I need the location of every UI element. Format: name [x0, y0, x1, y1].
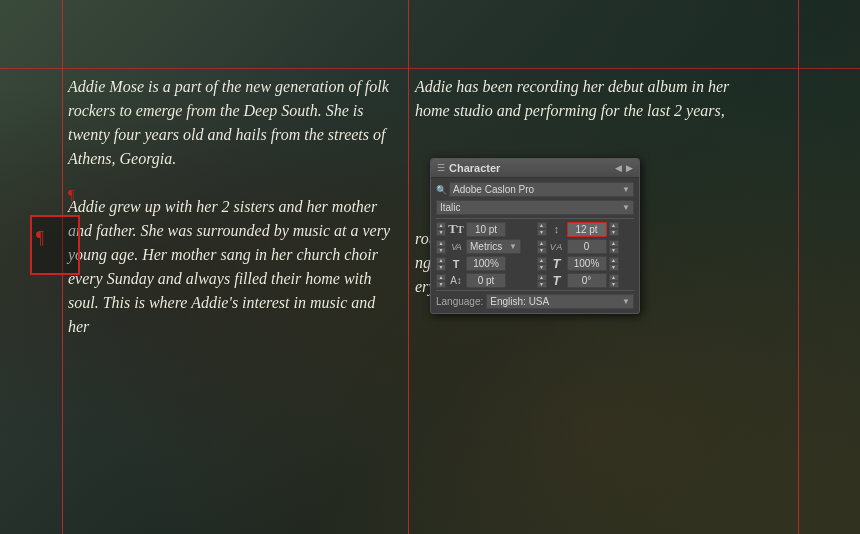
v-scale-spinner[interactable]: ▲ ▼	[537, 257, 547, 271]
h-scale-group: ▲ ▼ T 100%	[436, 256, 534, 271]
baseline-icon: A↕	[448, 275, 464, 286]
baseline-spinner[interactable]: ▲ ▼	[436, 274, 446, 288]
language-value: English: USA	[490, 296, 549, 307]
guide-vertical-right	[798, 0, 799, 534]
h-scale-value[interactable]: 100%	[466, 256, 506, 271]
baseline-up[interactable]: ▲	[436, 274, 446, 281]
divider-1	[436, 218, 634, 219]
panel-header[interactable]: ☰ Character ◀ ▶	[431, 159, 639, 178]
kerning-spinner[interactable]: ▲ ▼	[436, 240, 446, 254]
v-scale-down2[interactable]: ▼	[609, 264, 619, 271]
font-name-arrow: ▼	[622, 185, 630, 194]
skew-up[interactable]: ▲	[537, 274, 547, 281]
skew-down[interactable]: ▼	[537, 281, 547, 288]
kerning-up[interactable]: ▲	[436, 240, 446, 247]
font-size-row: ▲ ▼ TT 10 pt ▲ ▼	[436, 221, 634, 237]
arrow-left: ◀	[615, 163, 622, 173]
skew-spinner2[interactable]: ▲ ▼	[609, 274, 619, 288]
font-search-icon: 🔍	[436, 185, 447, 195]
v-scale-spinner2[interactable]: ▲ ▼	[609, 257, 619, 271]
tracking-down2[interactable]: ▼	[609, 247, 619, 254]
tracking-group: ▲ ▼ VA 0 ▲ ▼	[537, 239, 635, 254]
tracking-icon: VA	[549, 242, 565, 252]
skew-up2[interactable]: ▲	[609, 274, 619, 281]
right-paragraph-1: Addie has been recording her debut album…	[415, 75, 755, 123]
font-style-value: Italic	[440, 202, 461, 213]
font-size-left-value[interactable]: 10 pt	[466, 222, 506, 237]
size-right-spinner2[interactable]: ▲ ▼	[609, 222, 619, 236]
h-scale-up[interactable]: ▲	[436, 257, 446, 264]
skew-value[interactable]: 0°	[567, 273, 607, 288]
tracking-spinner2[interactable]: ▲ ▼	[609, 240, 619, 254]
left-paragraph-2: Addie grew up with her 2 sisters and her…	[68, 195, 398, 339]
arrow-right: ▶	[626, 163, 633, 173]
kerning-method[interactable]: Metrics ▼	[466, 239, 521, 254]
pilcrow-symbol: ¶	[36, 228, 44, 249]
kerning-icon: VA	[448, 242, 464, 252]
v-scale-up[interactable]: ▲	[537, 257, 547, 264]
v-scale-down[interactable]: ▼	[537, 264, 547, 271]
text-column-left: Addie Mose is a part of the new generati…	[68, 75, 398, 339]
font-name-value: Adobe Caslon Pro	[453, 184, 534, 195]
h-scale-spinner[interactable]: ▲ ▼	[436, 257, 446, 271]
kerning-down[interactable]: ▼	[436, 247, 446, 254]
skew-group: ▲ ▼ T 0° ▲ ▼	[537, 273, 635, 288]
skew-icon: T	[549, 273, 565, 288]
scale-row: ▲ ▼ T 100% ▲ ▼ T	[436, 256, 634, 271]
font-name-row: 🔍 Adobe Caslon Pro ▼	[436, 182, 634, 197]
h-scale-icon: T	[448, 258, 464, 270]
language-arrow: ▼	[622, 297, 630, 306]
pilcrow-text-inline: ¶	[68, 188, 74, 204]
size-left-spinner[interactable]: ▲ ▼	[436, 222, 446, 236]
font-name-select[interactable]: Adobe Caslon Pro ▼	[449, 182, 634, 197]
size-right-down[interactable]: ▼	[537, 229, 547, 236]
baseline-value[interactable]: 0 pt	[466, 273, 506, 288]
guide-vertical-center	[408, 0, 409, 534]
v-scale-group: ▲ ▼ T 100% ▲ ▼	[537, 256, 635, 271]
panel-collapse-arrows[interactable]: ◀ ▶	[615, 163, 633, 173]
leading-down[interactable]: ▼	[609, 229, 619, 236]
panel-body: 🔍 Adobe Caslon Pro ▼ Italic ▼ ▲ ▼	[431, 178, 639, 313]
skew-down2[interactable]: ▼	[609, 281, 619, 288]
font-style-arrow: ▼	[622, 203, 630, 212]
left-paragraph-1: Addie Mose is a part of the new generati…	[68, 75, 398, 171]
panel-menu-icon: ☰	[437, 163, 445, 173]
leading-icon: ↕	[549, 223, 565, 235]
v-scale-icon: T	[549, 256, 565, 271]
size-left-up[interactable]: ▲	[436, 222, 446, 229]
h-scale-down[interactable]: ▼	[436, 264, 446, 271]
baseline-row: ▲ ▼ A↕ 0 pt ▲ ▼ T	[436, 273, 634, 288]
tracking-up2[interactable]: ▲	[609, 240, 619, 247]
tracking-value[interactable]: 0	[567, 239, 607, 254]
size-left-down[interactable]: ▼	[436, 229, 446, 236]
leading-up[interactable]: ▲	[609, 222, 619, 229]
guide-horizontal-top	[0, 68, 860, 69]
size-right-up[interactable]: ▲	[537, 222, 547, 229]
character-panel: ☰ Character ◀ ▶ 🔍 Adobe Caslon Pro ▼ Ita…	[430, 158, 640, 314]
font-size-icon: TT	[448, 221, 464, 237]
kerning-row: ▲ ▼ VA Metrics ▼ ▲ ▼	[436, 239, 634, 254]
skew-spinner[interactable]: ▲ ▼	[537, 274, 547, 288]
language-select[interactable]: English: USA ▼	[486, 294, 634, 309]
tracking-up[interactable]: ▲	[537, 240, 547, 247]
panel-title: Character	[449, 162, 615, 174]
tracking-spinner[interactable]: ▲ ▼	[537, 240, 547, 254]
v-scale-up2[interactable]: ▲	[609, 257, 619, 264]
v-scale-value[interactable]: 100%	[567, 256, 607, 271]
leading-value[interactable]: 12 pt	[567, 222, 607, 237]
canvas: Addie Mose is a part of the new generati…	[0, 0, 860, 534]
size-left-group: ▲ ▼ TT 10 pt	[436, 221, 534, 237]
baseline-down[interactable]: ▼	[436, 281, 446, 288]
tracking-down[interactable]: ▼	[537, 247, 547, 254]
size-right-group: ▲ ▼ ↕ 12 pt ▲ ▼	[537, 222, 635, 237]
baseline-group: ▲ ▼ A↕ 0 pt	[436, 273, 534, 288]
language-label: Language:	[436, 296, 483, 307]
size-right-spinner[interactable]: ▲ ▼	[537, 222, 547, 236]
font-style-select[interactable]: Italic ▼	[436, 200, 634, 215]
kerning-group: ▲ ▼ VA Metrics ▼	[436, 239, 534, 254]
language-row: Language: English: USA ▼	[436, 294, 634, 309]
kerning-arrow: ▼	[509, 242, 517, 251]
divider-2	[436, 290, 634, 291]
